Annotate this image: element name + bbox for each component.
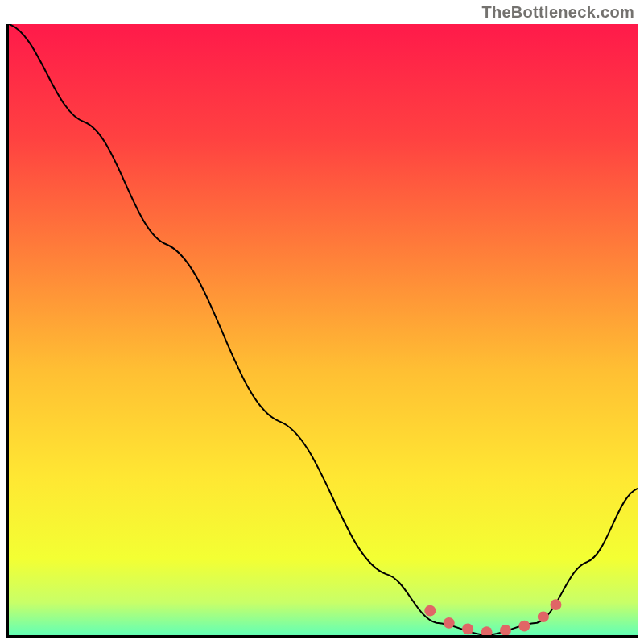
svg-point-3 [462,624,473,635]
svg-point-4 [481,626,493,635]
svg-point-2 [444,617,455,629]
bottleneck-chart [6,24,638,638]
chart-curve-layer [9,24,638,635]
svg-point-5 [500,625,511,635]
attribution-text: TheBottleneck.com [481,3,634,22]
svg-point-6 [518,621,530,632]
bottleneck-highlight [424,599,561,635]
svg-point-1 [424,605,436,617]
svg-point-7 [538,611,549,622]
svg-point-8 [550,599,561,610]
main-curve [9,24,638,635]
